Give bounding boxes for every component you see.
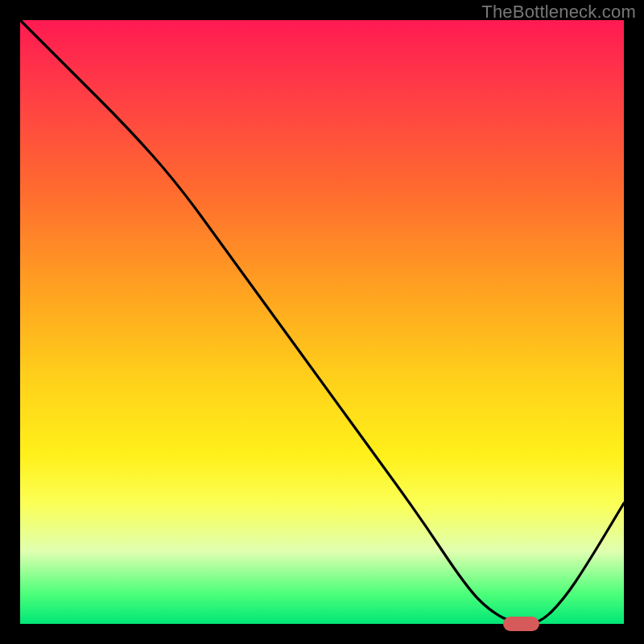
bottleneck-curve bbox=[20, 20, 624, 624]
chart-frame: TheBottleneck.com bbox=[0, 0, 644, 644]
optimal-range-marker bbox=[503, 617, 539, 631]
chart-overlay bbox=[20, 20, 624, 624]
watermark-text: TheBottleneck.com bbox=[481, 2, 636, 23]
